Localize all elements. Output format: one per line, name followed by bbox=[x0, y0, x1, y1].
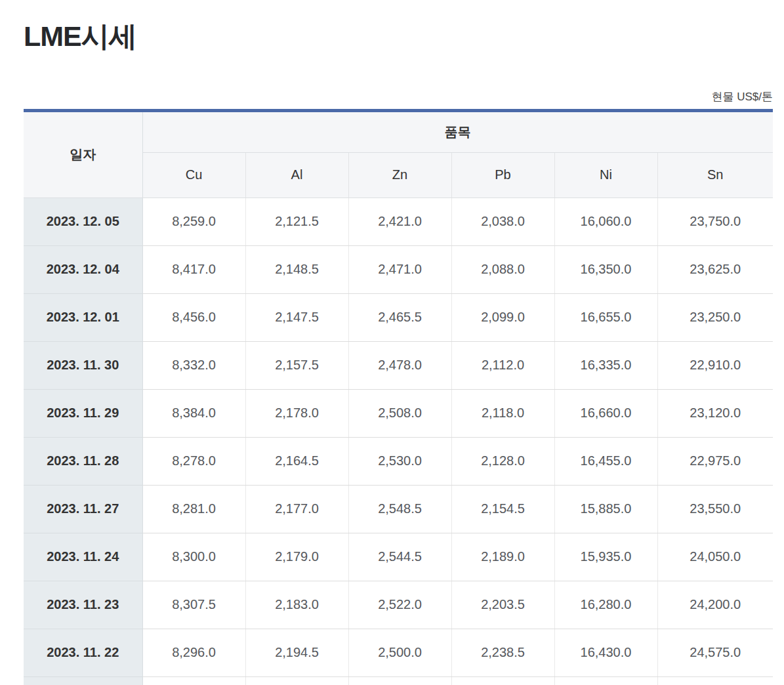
date-cell bbox=[24, 676, 142, 685]
price-cell-pb: 2,154.5 bbox=[451, 485, 554, 533]
price-cell-cu: 8,281.0 bbox=[142, 485, 245, 533]
price-cell-cu: 8,300.0 bbox=[142, 533, 245, 581]
price-cell-al: 2,179.0 bbox=[245, 533, 348, 581]
price-cell-ni: 16,335.0 bbox=[554, 341, 657, 389]
price-cell-pb: 2,128.0 bbox=[451, 437, 554, 485]
price-cell-zn: 2,471.0 bbox=[348, 245, 451, 293]
price-cell-pb: 2,238.5 bbox=[451, 629, 554, 676]
price-cell-zn: 2,500.0 bbox=[348, 629, 451, 676]
column-header-pb: Pb bbox=[451, 152, 554, 197]
date-cell: 2023. 11. 29 bbox=[24, 389, 142, 437]
table-row: 2023. 11. 278,281.02,177.02,548.52,154.5… bbox=[24, 485, 773, 533]
price-cell-ni: 16,350.0 bbox=[554, 245, 657, 293]
price-cell-sn: 23,250.0 bbox=[657, 293, 773, 341]
price-cell-sn: 23,625.0 bbox=[657, 245, 773, 293]
price-cell-cu: 8,384.0 bbox=[142, 389, 245, 437]
price-cell-al: 2,194.5 bbox=[245, 629, 348, 676]
date-cell: 2023. 11. 28 bbox=[24, 437, 142, 485]
price-cell-zn: 2,530.0 bbox=[348, 437, 451, 485]
price-cell-al: 2,178.0 bbox=[245, 389, 348, 437]
price-cell-zn: 2,465.5 bbox=[348, 293, 451, 341]
price-cell-pb: 2,038.0 bbox=[451, 197, 554, 245]
price-cell-zn: 2,548.5 bbox=[348, 485, 451, 533]
price-cell-cu: 8,259.0 bbox=[142, 197, 245, 245]
date-cell: 2023. 11. 27 bbox=[24, 485, 142, 533]
price-cell-ni: 16,430.0 bbox=[554, 629, 657, 676]
price-cell-pb: 2,118.0 bbox=[451, 389, 554, 437]
date-cell: 2023. 12. 01 bbox=[24, 293, 142, 341]
price-cell-cu: 8,456.0 bbox=[142, 293, 245, 341]
items-group-header: 품목 bbox=[142, 110, 773, 152]
price-cell-sn: 23,550.0 bbox=[657, 485, 773, 533]
price-cell-ni: 16,060.0 bbox=[554, 197, 657, 245]
table-row: 2023. 11. 238,307.52,183.02,522.02,203.5… bbox=[24, 581, 773, 629]
date-cell: 2023. 12. 04 bbox=[24, 245, 142, 293]
lme-price-page: LME시세 현물 US$/톤 일자 품목 CuAlZnPbNiSn 2023. … bbox=[0, 20, 784, 685]
column-header-cu: Cu bbox=[142, 152, 245, 197]
price-cell-cu: 8,278.0 bbox=[142, 437, 245, 485]
price-cell-sn: 24,200.0 bbox=[657, 581, 773, 629]
date-cell: 2023. 11. 22 bbox=[24, 629, 142, 676]
date-cell: 2023. 12. 05 bbox=[24, 197, 142, 245]
price-cell-al: 2,121.5 bbox=[245, 197, 348, 245]
price-cell-pb: 2,112.0 bbox=[451, 341, 554, 389]
price-cell-cu: 8,332.0 bbox=[142, 341, 245, 389]
price-cell-al: 2,177.0 bbox=[245, 485, 348, 533]
price-cell-ni: 16,655.0 bbox=[554, 293, 657, 341]
price-cell-empty bbox=[142, 676, 245, 685]
price-cell-ni: 15,935.0 bbox=[554, 533, 657, 581]
price-cell-ni: 16,660.0 bbox=[554, 389, 657, 437]
price-cell-ni: 16,280.0 bbox=[554, 581, 657, 629]
header-group-row: 일자 품목 bbox=[24, 110, 773, 152]
price-cell-al: 2,147.5 bbox=[245, 293, 348, 341]
table-row: 2023. 11. 298,384.02,178.02,508.02,118.0… bbox=[24, 389, 773, 437]
table-row: 2023. 12. 048,417.02,148.52,471.02,088.0… bbox=[24, 245, 773, 293]
price-cell-pb: 2,189.0 bbox=[451, 533, 554, 581]
price-cell-empty bbox=[554, 676, 657, 685]
price-cell-al: 2,157.5 bbox=[245, 341, 348, 389]
price-cell-empty bbox=[245, 676, 348, 685]
column-header-al: Al bbox=[245, 152, 348, 197]
price-cell-pb: 2,099.0 bbox=[451, 293, 554, 341]
price-cell-zn: 2,421.0 bbox=[348, 197, 451, 245]
table-header: 일자 품목 CuAlZnPbNiSn bbox=[24, 110, 773, 197]
price-cell-sn: 24,050.0 bbox=[657, 533, 773, 581]
price-cell-empty bbox=[657, 676, 773, 685]
price-cell-zn: 2,522.0 bbox=[348, 581, 451, 629]
date-cell: 2023. 11. 30 bbox=[24, 341, 142, 389]
price-cell-cu: 8,417.0 bbox=[142, 245, 245, 293]
price-cell-empty bbox=[451, 676, 554, 685]
unit-note: 현물 US$/톤 bbox=[24, 89, 773, 104]
table-row: 2023. 11. 288,278.02,164.52,530.02,128.0… bbox=[24, 437, 773, 485]
table-row: 2023. 11. 228,296.02,194.52,500.02,238.5… bbox=[24, 629, 773, 676]
table-row: 2023. 11. 248,300.02,179.02,544.52,189.0… bbox=[24, 533, 773, 581]
lme-price-table: 일자 품목 CuAlZnPbNiSn 2023. 12. 058,259.02,… bbox=[24, 109, 773, 685]
column-header-zn: Zn bbox=[348, 152, 451, 197]
table-body: 2023. 12. 058,259.02,121.52,421.02,038.0… bbox=[24, 197, 773, 685]
price-cell-zn: 2,544.5 bbox=[348, 533, 451, 581]
table-row: 2023. 12. 018,456.02,147.52,465.52,099.0… bbox=[24, 293, 773, 341]
date-column-header: 일자 bbox=[24, 110, 142, 197]
price-cell-pb: 2,088.0 bbox=[451, 245, 554, 293]
price-cell-cu: 8,296.0 bbox=[142, 629, 245, 676]
price-cell-ni: 15,885.0 bbox=[554, 485, 657, 533]
column-header-ni: Ni bbox=[554, 152, 657, 197]
price-cell-cu: 8,307.5 bbox=[142, 581, 245, 629]
price-cell-pb: 2,203.5 bbox=[451, 581, 554, 629]
page-title: LME시세 bbox=[24, 20, 773, 54]
column-header-sn: Sn bbox=[657, 152, 773, 197]
price-cell-al: 2,164.5 bbox=[245, 437, 348, 485]
price-cell-al: 2,148.5 bbox=[245, 245, 348, 293]
table-row-partial bbox=[24, 676, 773, 685]
price-cell-sn: 24,575.0 bbox=[657, 629, 773, 676]
price-cell-empty bbox=[348, 676, 451, 685]
table-row: 2023. 11. 308,332.02,157.52,478.02,112.0… bbox=[24, 341, 773, 389]
price-cell-al: 2,183.0 bbox=[245, 581, 348, 629]
table-row: 2023. 12. 058,259.02,121.52,421.02,038.0… bbox=[24, 197, 773, 245]
price-cell-zn: 2,478.0 bbox=[348, 341, 451, 389]
price-cell-sn: 23,750.0 bbox=[657, 197, 773, 245]
date-cell: 2023. 11. 24 bbox=[24, 533, 142, 581]
price-cell-ni: 16,455.0 bbox=[554, 437, 657, 485]
price-cell-zn: 2,508.0 bbox=[348, 389, 451, 437]
date-cell: 2023. 11. 23 bbox=[24, 581, 142, 629]
